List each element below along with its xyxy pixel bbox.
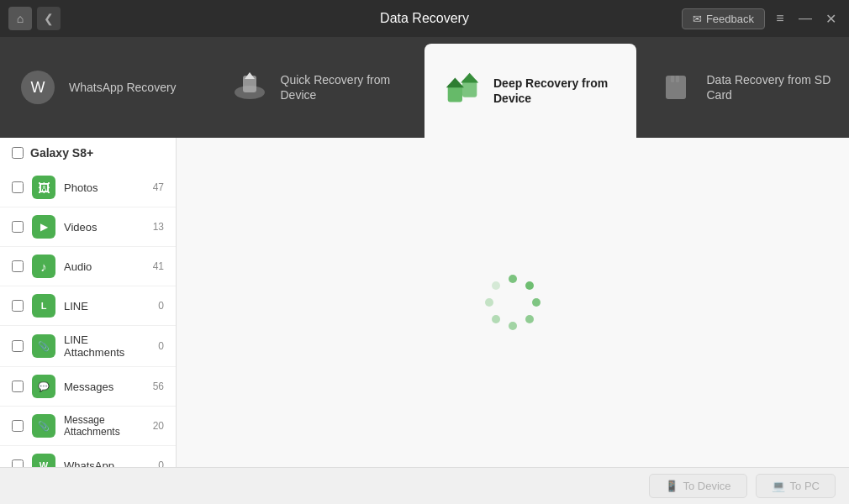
back-button[interactable]: ❮ [37, 7, 61, 30]
audio-label: Audio [64, 260, 145, 273]
svg-rect-11 [676, 76, 679, 82]
whatsapp-label: WhatsApp [64, 459, 150, 468]
line-attachments-icon: 📎 [32, 334, 55, 358]
line-label: LINE [64, 300, 150, 312]
whatsapp-recovery-icon: W [17, 66, 59, 108]
videos-label: Videos [64, 221, 145, 234]
spinner-svg [479, 269, 546, 336]
sidebar-item-line-attachments[interactable]: 📎 LINE Attachments 0 [0, 326, 176, 367]
to-device-icon: 📱 [665, 480, 678, 492]
tab-sdcard-recovery-label: Data Recovery from SD Card [707, 72, 833, 102]
line-attachments-label: LINE Attachments [64, 333, 150, 359]
svg-point-13 [525, 281, 534, 290]
messages-checkbox[interactable] [12, 381, 24, 392]
tab-quick-recovery[interactable]: Quick Recovery from Device [212, 37, 424, 138]
select-all-checkbox[interactable] [12, 147, 24, 159]
message-attachments-label: Message Attachments [64, 414, 145, 438]
line-count: 0 [158, 300, 164, 312]
message-attachments-icon: 📎 [32, 414, 55, 438]
sidebar-item-videos[interactable]: ▶ Videos 13 [0, 207, 176, 247]
svg-point-14 [532, 298, 541, 307]
tab-bar: W WhatsApp Recovery Quick Recovery from … [0, 37, 849, 138]
main-content: Galaxy S8+ 🖼 Photos 47 ▶ Videos 13 ♪ Aud… [0, 138, 849, 467]
center-area [177, 138, 849, 467]
sidebar-header: Galaxy S8+ [0, 138, 176, 168]
messages-icon: 💬 [32, 375, 55, 398]
device-name: Galaxy S8+ [30, 146, 93, 160]
whatsapp-icon: W [32, 454, 55, 467]
whatsapp-count: 0 [158, 459, 164, 467]
svg-point-19 [492, 281, 500, 290]
photos-count: 47 [153, 181, 164, 193]
svg-point-16 [509, 322, 517, 330]
close-button[interactable]: ✕ [820, 8, 841, 29]
title-bar: ⌂ ❮ Data Recovery ✉ Feedback ≡ — ✕ [0, 0, 849, 37]
line-attachments-checkbox[interactable] [12, 340, 24, 352]
sidebar: Galaxy S8+ 🖼 Photos 47 ▶ Videos 13 ♪ Aud… [0, 138, 177, 467]
email-icon: ✉ [693, 13, 702, 25]
bottom-bar: 📱 To Device 💻 To PC [0, 467, 849, 504]
tab-whatsapp-label: WhatsApp Recovery [69, 80, 177, 95]
line-icon: L [32, 294, 55, 318]
sidebar-item-whatsapp[interactable]: W WhatsApp 0 [0, 446, 176, 467]
photos-checkbox[interactable] [12, 181, 24, 193]
line-checkbox[interactable] [12, 300, 24, 312]
message-attachments-checkbox[interactable] [12, 420, 24, 432]
audio-checkbox[interactable] [12, 260, 24, 272]
photos-icon: 🖼 [32, 176, 55, 199]
audio-icon: ♪ [32, 255, 55, 278]
sidebar-item-photos[interactable]: 🖼 Photos 47 [0, 168, 176, 207]
sdcard-recovery-icon [655, 66, 697, 108]
to-device-button[interactable]: 📱 To Device [649, 474, 747, 498]
loading-spinner [479, 269, 546, 336]
to-pc-button[interactable]: 💻 To PC [756, 474, 836, 498]
svg-marker-8 [461, 73, 478, 83]
tab-deep-recovery[interactable]: Deep Recovery from Device [424, 44, 636, 138]
feedback-button[interactable]: ✉ Feedback [682, 8, 765, 29]
back-icon: ❮ [44, 12, 54, 25]
videos-checkbox[interactable] [12, 221, 24, 233]
app-title: Data Recovery [380, 11, 469, 26]
tab-sdcard-recovery[interactable]: Data Recovery from SD Card [638, 37, 850, 138]
sidebar-item-messages[interactable]: 💬 Messages 56 [0, 367, 176, 407]
svg-point-17 [492, 315, 500, 323]
svg-text:W: W [31, 79, 45, 96]
videos-icon: ▶ [32, 215, 55, 239]
svg-point-18 [485, 298, 493, 307]
deep-recovery-icon [441, 70, 483, 112]
videos-count: 13 [153, 221, 164, 233]
sidebar-item-message-attachments[interactable]: 📎 Message Attachments 20 [0, 407, 176, 446]
tab-deep-recovery-label: Deep Recovery from Device [493, 76, 620, 106]
messages-count: 56 [153, 381, 164, 392]
sidebar-item-audio[interactable]: ♪ Audio 41 [0, 247, 176, 286]
minimize-button[interactable]: — [795, 8, 815, 29]
title-bar-right: ✉ Feedback ≡ — ✕ [682, 8, 841, 29]
quick-recovery-icon [229, 66, 271, 108]
to-pc-icon: 💻 [772, 480, 785, 492]
whatsapp-checkbox[interactable] [12, 459, 24, 467]
menu-button[interactable]: ≡ [770, 8, 790, 29]
sidebar-item-line[interactable]: L LINE 0 [0, 286, 176, 326]
line-attachments-count: 0 [158, 340, 164, 352]
photos-label: Photos [64, 181, 145, 194]
svg-point-12 [509, 275, 517, 283]
tab-quick-recovery-label: Quick Recovery from Device [281, 72, 407, 102]
tab-whatsapp[interactable]: W WhatsApp Recovery [0, 37, 212, 138]
home-icon: ⌂ [17, 12, 24, 25]
messages-label: Messages [64, 381, 145, 393]
svg-point-15 [525, 315, 534, 323]
svg-rect-10 [671, 76, 674, 82]
title-bar-left: ⌂ ❮ [8, 7, 61, 30]
message-attachments-count: 20 [153, 420, 164, 432]
audio-count: 41 [153, 260, 164, 272]
home-button[interactable]: ⌂ [8, 7, 32, 30]
